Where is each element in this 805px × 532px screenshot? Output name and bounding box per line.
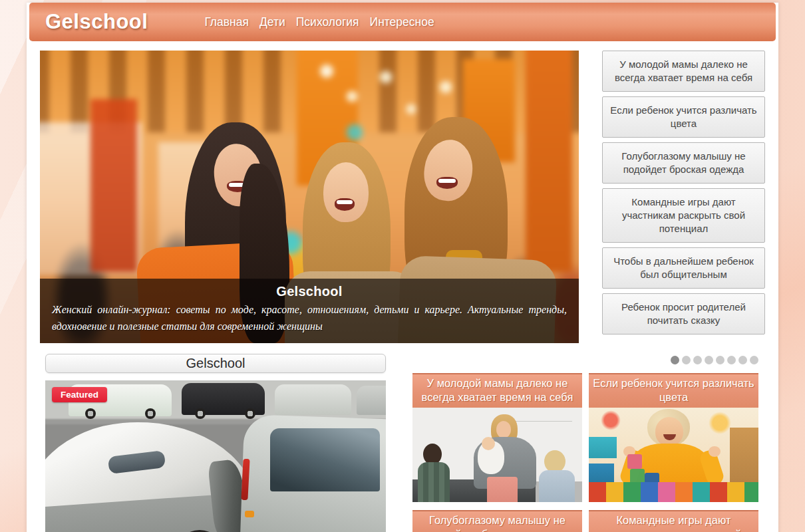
article-card-young-mom[interactable]: У молодой мамы далеко не всегда хватает … bbox=[412, 373, 582, 502]
sidebar-link-young-mom[interactable]: У молодой мамы далеко не всегда хватает … bbox=[602, 51, 765, 92]
site-header: Gelschool Главная Дети Психология Интере… bbox=[29, 3, 776, 41]
card-title[interactable]: Командные игры дают участникам раскрыть … bbox=[589, 510, 758, 532]
nav-item-interesting[interactable]: Интересное bbox=[370, 15, 434, 29]
content-row: Gelschool Featured bbox=[27, 354, 778, 532]
carousel-pagination bbox=[412, 354, 758, 364]
hero-image: Gelschool Женский онлайн-журнал: советы … bbox=[40, 51, 579, 343]
pagination-dot-7[interactable] bbox=[738, 356, 747, 364]
nav-item-home[interactable]: Главная bbox=[204, 15, 249, 29]
sidebar-link-sociable[interactable]: Чтобы в дальнейшем ребенок был общительн… bbox=[602, 247, 765, 289]
pagination-dot-8[interactable] bbox=[750, 356, 758, 364]
hero-caption: Gelschool Женский онлайн-журнал: советы … bbox=[40, 279, 579, 343]
cards-column: У молодой мамы далеко не всегда хватает … bbox=[412, 354, 758, 532]
sidebar-link-colors[interactable]: Если ребенок учится различать цвета bbox=[602, 96, 765, 138]
card-title[interactable]: Если ребенок учится различать цвета bbox=[589, 373, 758, 408]
pagination-dot-2[interactable] bbox=[682, 356, 691, 364]
pagination-dot-4[interactable] bbox=[705, 356, 713, 364]
sidebar-link-blue-eyed[interactable]: Голубоглазому малышу не подойдет броская… bbox=[602, 142, 765, 184]
article-card-blue-eyed[interactable]: Голубоглазому малышу не подойдет броская… bbox=[412, 510, 582, 532]
article-cards: У молодой мамы далеко не всегда хватает … bbox=[412, 373, 758, 532]
featured-column: Gelschool Featured bbox=[45, 354, 386, 532]
card-image-toddler[interactable] bbox=[589, 408, 758, 502]
sidebar: У молодой мамы далеко не всегда хватает … bbox=[602, 51, 765, 343]
card-title[interactable]: Голубоглазому малышу не подойдет броская… bbox=[412, 510, 582, 532]
section-heading: Gelschool bbox=[45, 354, 386, 373]
sidebar-link-fairy-tale[interactable]: Ребенок просит родителей почитать сказку bbox=[602, 293, 765, 334]
content-panel: Gelschool Главная Дети Психология Интере… bbox=[27, 3, 778, 532]
page-background: Gelschool Главная Дети Психология Интере… bbox=[0, 0, 805, 532]
hero-caption-text: Женский онлайн-журнал: советы по моде, к… bbox=[52, 302, 567, 335]
pagination-dot-6[interactable] bbox=[727, 356, 736, 364]
card-title[interactable]: У молодой мамы далеко не всегда хватает … bbox=[412, 373, 582, 408]
article-card-team-games[interactable]: Командные игры дают участникам раскрыть … bbox=[589, 510, 758, 532]
site-logo[interactable]: Gelschool bbox=[45, 10, 148, 34]
hero-row: Gelschool Женский онлайн-журнал: советы … bbox=[27, 41, 778, 343]
nav-item-children[interactable]: Дети bbox=[259, 15, 285, 29]
featured-article-image[interactable]: Featured bbox=[45, 380, 386, 532]
pagination-dot-1[interactable] bbox=[671, 356, 679, 364]
pagination-dot-5[interactable] bbox=[716, 356, 724, 364]
featured-badge: Featured bbox=[52, 387, 107, 402]
card-image-mother[interactable] bbox=[412, 408, 582, 502]
sidebar-link-team-games[interactable]: Командные игры дают участникам раскрыть … bbox=[602, 188, 765, 243]
nav-item-psychology[interactable]: Психология bbox=[296, 15, 359, 29]
main-nav: Главная Дети Психология Интересное bbox=[204, 15, 434, 29]
pagination-dot-3[interactable] bbox=[693, 356, 702, 364]
hero-caption-title: Gelschool bbox=[52, 284, 567, 299]
article-card-colors[interactable]: Если ребенок учится различать цвета bbox=[589, 373, 758, 502]
